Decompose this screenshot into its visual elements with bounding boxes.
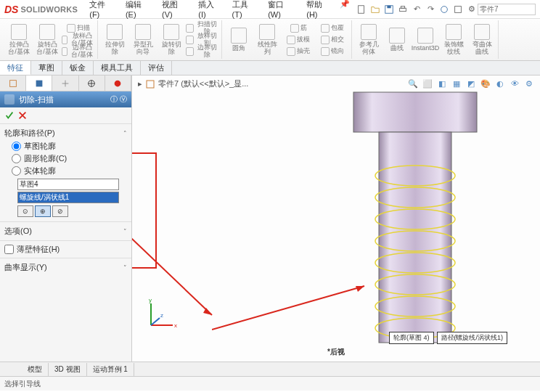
tab-features[interactable]: 特征: [0, 61, 31, 75]
tab-evaluate[interactable]: 评估: [141, 61, 172, 75]
pm-tab-dim[interactable]: [79, 75, 105, 91]
ok-button[interactable]: [4, 110, 15, 121]
bend-curve-button[interactable]: 弯曲体曲线: [468, 21, 496, 59]
radio-solid-profile[interactable]: 实体轮廓: [4, 165, 127, 177]
intersect-icon: [321, 36, 330, 44]
hole-wizard-button[interactable]: 异型孔向导: [129, 21, 157, 59]
extrude-cut-icon: [107, 24, 123, 40]
thin-feature-check[interactable]: 薄壁特征(H): [4, 243, 127, 256]
tab-3dview[interactable]: 3D 视图: [49, 363, 87, 376]
menu-pin-icon[interactable]: 📌: [339, 0, 350, 9]
ref-geometry-button[interactable]: 参考几何体: [355, 21, 382, 59]
redo-icon[interactable]: ↷: [425, 4, 436, 15]
rib-button[interactable]: 筋: [282, 23, 315, 34]
pm-tab-feature[interactable]: [0, 75, 26, 91]
search-input[interactable]: [478, 4, 536, 15]
graphics-viewport[interactable]: ▸ 零件7 (默认<<默认>_显... 🔍 ⬜ ◧ ▦ ◩ 🎨 ◐ 👁 ⚙: [132, 75, 540, 362]
menu-file[interactable]: 文件(F): [85, 0, 118, 20]
profile-label: 轮廓(草图 4): [389, 332, 434, 344]
menu-edit[interactable]: 编辑(E): [121, 0, 155, 20]
curves-button[interactable]: 曲线: [383, 21, 411, 59]
instant3d-icon: [417, 28, 433, 44]
menu-view[interactable]: 视图(V): [158, 0, 191, 20]
hide-show-icon[interactable]: 👁: [508, 77, 521, 90]
section-curvature[interactable]: 曲率显示(Y)˅: [4, 261, 127, 274]
radio-circular-profile[interactable]: 圆形轮廓(C): [4, 152, 127, 165]
menu-help[interactable]: 帮助(H): [302, 0, 336, 20]
status-bar: 选择引导线: [0, 376, 540, 391]
breadcrumb[interactable]: ▸ 零件7 (默认<<默认>_显...: [138, 78, 248, 89]
svg-rect-4: [401, 6, 404, 8]
svg-rect-13: [379, 132, 451, 343]
linear-pattern-button[interactable]: 线性阵列: [253, 21, 281, 59]
extrude-boss-icon: [11, 24, 27, 40]
tab-sheetmetal[interactable]: 钣金: [62, 61, 94, 75]
fillet-icon: [231, 28, 247, 44]
sweep-cut-header-icon: [4, 94, 15, 105]
save-icon[interactable]: [383, 4, 395, 15]
revolve-cut-icon: [163, 24, 179, 40]
print-icon[interactable]: [397, 4, 409, 15]
settings-icon[interactable]: ⚙: [466, 4, 478, 15]
view-settings-icon[interactable]: ⚙: [523, 77, 536, 90]
logo-mark-icon: DS: [4, 4, 18, 15]
tab-motion[interactable]: 运动算例 1: [87, 363, 134, 376]
loft-cut-icon: [186, 36, 194, 44]
rebuild-icon[interactable]: [438, 4, 450, 15]
view-tabs: 模型 3D 视图 运动算例 1: [0, 362, 540, 376]
boundary-cut-button[interactable]: 边界切除: [186, 46, 219, 57]
align-option-3[interactable]: ⊘: [52, 205, 68, 217]
sweep-icon: [67, 24, 75, 33]
menu-bar: 文件(F) 编辑(E) 视图(V) 插入(I) 工具(T) 窗口(W) 帮助(H…: [85, 0, 350, 20]
menu-tools[interactable]: 工具(T): [228, 0, 261, 20]
path-selection[interactable]: 螺旋线/涡状线1: [17, 192, 119, 203]
cancel-button[interactable]: [17, 110, 28, 121]
section-options[interactable]: 选项(O)˅: [4, 224, 127, 238]
shell-icon: [287, 47, 295, 56]
section-profile-path[interactable]: 轮廓和路径(P)˄: [4, 126, 127, 140]
pm-tab-property[interactable]: [26, 75, 52, 91]
revolve-boss-button[interactable]: 旋转凸台/基体: [33, 21, 61, 59]
menu-window[interactable]: 窗口(W): [263, 0, 299, 20]
align-option-2[interactable]: ⊕: [35, 205, 51, 217]
pm-tab-config[interactable]: [52, 75, 78, 91]
intersect-button[interactable]: 相交: [316, 34, 349, 46]
svg-rect-3: [400, 8, 406, 11]
svg-rect-8: [36, 80, 42, 86]
shell-button[interactable]: 抽壳: [282, 46, 315, 57]
scene-icon[interactable]: 🎨: [479, 77, 492, 90]
extrude-cut-button[interactable]: 拉伸切除: [101, 21, 128, 59]
draft-button[interactable]: 拔模: [282, 34, 315, 46]
bend-icon: [474, 24, 490, 40]
help-icon[interactable]: ⓘ ⓥ: [110, 94, 127, 105]
extrude-boss-button[interactable]: 拉伸凸台/基体: [5, 21, 33, 59]
revolve-cut-button[interactable]: 旋转切除: [158, 21, 185, 59]
cosmetic-thread-button[interactable]: 装饰螺纹线: [440, 21, 467, 59]
new-icon[interactable]: [356, 4, 367, 15]
options-icon[interactable]: [452, 4, 464, 15]
tab-model[interactable]: 模型: [22, 363, 49, 376]
open-icon[interactable]: [369, 4, 381, 15]
svg-line-30: [212, 286, 364, 330]
profile-selection[interactable]: 草图4: [17, 179, 119, 190]
svg-point-5: [441, 6, 448, 12]
fillet-button[interactable]: 圆角: [225, 21, 253, 59]
instant3d-button[interactable]: Instant3D: [412, 21, 439, 59]
tab-sketch[interactable]: 草图: [31, 61, 62, 75]
tab-mold[interactable]: 模具工具: [94, 61, 141, 75]
align-option-1[interactable]: ⊙: [17, 205, 33, 217]
chevron-up-icon: ˄: [123, 130, 127, 137]
undo-icon[interactable]: ↶: [411, 4, 422, 15]
curves-icon: [389, 28, 405, 44]
boundary-cut-icon: [186, 47, 194, 56]
wrap-button[interactable]: 包覆: [316, 23, 349, 34]
boundary-boss-button[interactable]: 边界凸台/基体: [62, 46, 95, 57]
svg-line-29: [132, 170, 212, 315]
radio-sketch-profile[interactable]: 草图轮廓: [4, 140, 127, 152]
edit-appearance-icon[interactable]: ◐: [494, 77, 507, 90]
mirror-button[interactable]: 镜向: [316, 46, 349, 57]
chevron-down-icon: ˅: [123, 228, 127, 235]
menu-insert[interactable]: 插入(I): [194, 0, 224, 20]
chevron-down-icon: ˅: [123, 264, 127, 271]
pm-tab-appearance[interactable]: [105, 75, 131, 91]
